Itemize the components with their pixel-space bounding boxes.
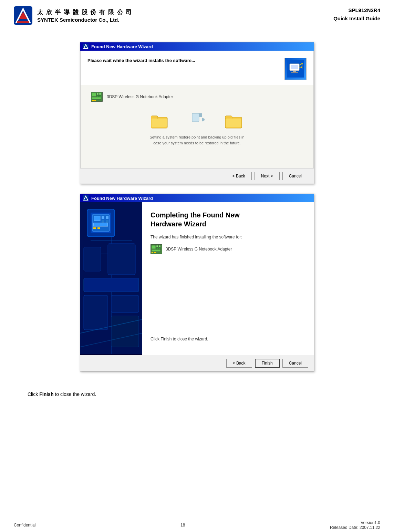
svg-rect-46 [93, 223, 108, 226]
dialog1-back-button[interactable]: < Back [226, 172, 252, 180]
footer-suffix: to close the wizard. [53, 391, 96, 397]
svg-rect-27 [152, 119, 167, 127]
dialog1-titlebar: Found New Hardware Wizard [80, 42, 314, 51]
svg-rect-8 [291, 65, 298, 69]
company-name-chinese: 太 欣 半 導 體 股 份 有 限 公 司 [37, 8, 132, 16]
footer-version: Version1.0 [330, 520, 380, 525]
dialog1-buttons: < Back Next > Cancel [80, 168, 314, 184]
dialog2-titlebar: Found New Hardware Wizard [80, 194, 314, 202]
dialog1-wrapper: Found New Hardware Wizard Please wait wh… [28, 42, 366, 184]
dialog2-cancel-button[interactable]: Cancel [282, 359, 308, 368]
dialog1-device-label: 3DSP Wireless G Notebook Adapter [107, 94, 173, 99]
document-info: SPL912N2R4 Quick Install Guide [333, 6, 380, 23]
dialog2-titlebar-icon [83, 195, 89, 201]
svg-rect-66 [152, 249, 160, 252]
dialog1-body: Please wait while the wizard installs th… [80, 51, 314, 168]
logo-area: 太 欣 半 導 體 股 份 有 限 公 司 SYNTEK Semiconduct… [14, 6, 132, 25]
sidebar-graphic-icon [80, 202, 142, 354]
dest-folder-icon [225, 114, 243, 129]
svg-rect-68 [154, 252, 156, 253]
svg-rect-21 [99, 95, 101, 97]
dialog1-cancel-button[interactable]: Cancel [282, 172, 308, 180]
svg-rect-43 [106, 216, 108, 219]
dialog2-device-row: 3DSP Wireless G Notebook Adapter [151, 244, 305, 254]
svg-rect-34 [226, 119, 241, 127]
dialog2-device-label: 3DSP Wireless G Notebook Adapter [166, 247, 232, 252]
dialog1-corner-graphic [284, 58, 307, 80]
svg-rect-67 [152, 252, 153, 253]
svg-rect-56 [111, 295, 139, 313]
corner-wizard-icon [287, 60, 304, 78]
svg-rect-44 [102, 220, 104, 223]
footer-prefix: Click [28, 391, 39, 397]
svg-point-15 [301, 66, 302, 68]
dialog1-device-icon [91, 92, 103, 102]
svg-rect-17 [92, 93, 96, 96]
dialog2-buttons: < Back Finish Cancel [80, 355, 314, 371]
doc-subtitle: Quick Install Guide [333, 14, 380, 23]
company-logo-icon [14, 6, 32, 25]
dialog2-back-button[interactable]: < Back [226, 359, 252, 368]
svg-rect-54 [84, 278, 139, 292]
svg-rect-22 [92, 97, 101, 99]
dialog2-main: Completing the Found New Hardware Wizard… [142, 202, 314, 355]
page-footer: Confidential 18 Version1.0 Released Date… [0, 518, 394, 532]
page-header: 太 欣 半 導 體 股 份 有 限 公 司 SYNTEK Semiconduct… [0, 0, 394, 28]
dialog1-copy-desc: Setting a system restore point and backi… [138, 134, 256, 146]
dialog1-top: Please wait while the wizard installs th… [81, 51, 313, 85]
svg-rect-28 [192, 113, 199, 122]
dialog1-titlebar-icon [83, 44, 89, 49]
dialog1: Found New Hardware Wizard Please wait wh… [80, 42, 314, 184]
source-folder-icon [151, 114, 169, 129]
svg-rect-57 [111, 316, 139, 347]
svg-rect-23 [92, 100, 94, 101]
svg-rect-9 [293, 71, 296, 72]
page-content: Found New Hardware Wizard Please wait wh… [0, 28, 394, 388]
footer-version-info: Version1.0 Released Date: 2007.11.22 [330, 520, 380, 530]
svg-point-13 [301, 63, 303, 64]
dialog2-desc: The wizard has finished installing the s… [151, 235, 305, 239]
dialog1-progress-area: 3DSP Wireless G Notebook Adapter [81, 85, 313, 168]
svg-rect-45 [106, 220, 108, 223]
dialog1-next-button[interactable]: Next > [255, 172, 280, 180]
svg-rect-55 [84, 295, 108, 330]
company-name-english: SYNTEK Semiconductor Co., Ltd. [37, 17, 132, 23]
svg-rect-48 [97, 227, 100, 229]
svg-rect-18 [97, 93, 98, 95]
svg-rect-64 [156, 248, 158, 249]
svg-rect-65 [159, 248, 160, 249]
dialog1-copy-animation [91, 112, 303, 129]
svg-rect-61 [152, 245, 156, 249]
svg-rect-41 [94, 216, 100, 221]
footer-instruction: Click Finish to close the wizard. [0, 388, 394, 404]
company-text: 太 欣 半 導 體 股 份 有 限 公 司 SYNTEK Semiconduct… [37, 8, 132, 23]
svg-rect-24 [94, 100, 96, 101]
dialog2-finish-button[interactable]: Finish [255, 359, 280, 368]
dialog2-title-text: Found New Hardware Wizard [91, 196, 153, 201]
dialog2-click-finish: Click Finish to close the wizard. [151, 330, 305, 341]
dialog2-wrapper: Found New Hardware Wizard [28, 194, 366, 371]
svg-rect-19 [99, 93, 101, 95]
svg-rect-20 [97, 95, 98, 97]
dialog2-body: Completing the Found New Hardware Wizard… [80, 202, 314, 355]
footer-release-date: Released Date: 2007.11.22 [330, 525, 380, 530]
svg-rect-47 [93, 227, 96, 229]
doc-title: SPL912N2R4 [333, 6, 380, 14]
dialog2-title: Completing the Found New Hardware Wizard [151, 211, 305, 228]
svg-rect-52 [84, 247, 101, 271]
dialog2-device-icon [151, 244, 162, 254]
dialog2-sidebar [80, 202, 142, 355]
footer-page-number: 18 [180, 523, 185, 528]
dialog2: Found New Hardware Wizard [80, 194, 314, 371]
footer-confidential: Confidential [14, 523, 35, 528]
svg-rect-53 [108, 244, 135, 275]
copy-arrow [189, 112, 205, 124]
dialog1-title-text: Found New Hardware Wizard [91, 44, 153, 49]
dialog1-device-row: 3DSP Wireless G Notebook Adapter [91, 92, 303, 102]
dialog1-message: Please wait while the wizard installs th… [87, 58, 284, 63]
svg-rect-3 [17, 21, 29, 23]
svg-rect-63 [159, 245, 160, 247]
svg-rect-10 [291, 72, 298, 73]
footer-bold-word: Finish [39, 391, 53, 397]
svg-rect-62 [156, 245, 158, 247]
